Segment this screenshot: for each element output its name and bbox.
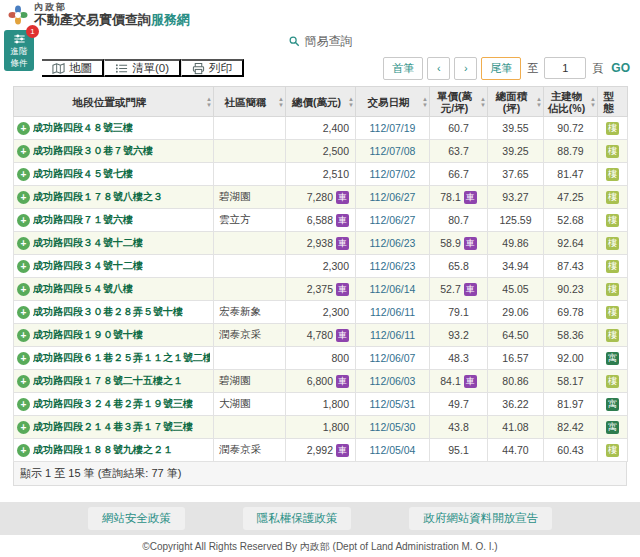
community-cell: 雲立方	[214, 209, 286, 232]
expand-row-icon[interactable]: +	[17, 191, 30, 204]
view-tabs: 地圖 清單(0) 列印	[42, 59, 244, 77]
transaction-date-cell: 112/06/11	[356, 324, 430, 347]
expand-row-icon[interactable]: +	[17, 122, 30, 135]
transaction-date-cell: 112/05/30	[356, 416, 430, 439]
main-building-ratio-cell: 82.42	[544, 416, 598, 439]
transaction-date-cell: 112/07/08	[356, 140, 430, 163]
sort-icon[interactable]: ▲▼	[206, 96, 212, 108]
address-link[interactable]: 成功路四段６１巷２５弄１１之１號二樓	[33, 351, 210, 365]
privacy-policy-link[interactable]: 隱私權保護政策	[243, 507, 352, 530]
col-header-area[interactable]: 總面積(坪) ▲▼	[488, 87, 544, 117]
map-icon	[52, 62, 65, 75]
address-link[interactable]: 成功路四段１９０號十樓	[33, 328, 143, 342]
community-cell	[214, 117, 286, 140]
expand-row-icon[interactable]: +	[17, 444, 30, 457]
address-cell: +成功路四段３０巷２８弄５號十樓	[14, 301, 214, 324]
sort-icon[interactable]: ▲▼	[536, 96, 542, 108]
sort-icon[interactable]: ▲▼	[422, 96, 428, 108]
total-price-cell: 1,800	[286, 416, 356, 439]
address-link[interactable]: 成功路四段３０巷２８弄５號十樓	[33, 305, 183, 319]
address-link[interactable]: 成功路四段４８號三樓	[33, 121, 133, 135]
expand-row-icon[interactable]: +	[17, 352, 30, 365]
prev-page-button[interactable]: ‹	[427, 57, 450, 80]
table-header-row: 地段位置或門牌 ▲▼ 社區簡稱 ▲▼ 總價(萬元) ▲▼ 交易日期 ▲▼	[14, 87, 628, 117]
sort-icon[interactable]: ▲▼	[480, 96, 486, 108]
total-price-value: 6,588	[307, 214, 333, 226]
col-header-date[interactable]: 交易日期 ▲▼	[356, 87, 430, 117]
col-header-address-label: 地段位置或門牌	[73, 96, 147, 108]
main-building-ratio-cell: 58.36	[544, 324, 598, 347]
go-button[interactable]: GO	[611, 61, 630, 75]
expand-row-icon[interactable]: +	[17, 329, 30, 342]
address-link[interactable]: 成功路四段４５號七樓	[33, 167, 133, 181]
address-link[interactable]: 成功路四段５４號八樓	[33, 282, 133, 296]
expand-row-icon[interactable]: +	[17, 306, 30, 319]
sort-icon[interactable]: ▲▼	[348, 96, 354, 108]
sort-desc-icon: ▼	[206, 102, 212, 108]
page-to-label: 至	[527, 61, 538, 76]
address-link[interactable]: 成功路四段７１號六樓	[33, 213, 133, 227]
expand-row-icon[interactable]: +	[17, 168, 30, 181]
address-cell: +成功路四段１８８號九樓之２１	[14, 439, 214, 462]
parking-badge: 車	[336, 444, 349, 457]
expand-row-icon[interactable]: +	[17, 283, 30, 296]
address-link[interactable]: 成功路四段３０巷７號六樓	[33, 144, 153, 158]
address-link[interactable]: 成功路四段２１４巷３弄１７號三樓	[33, 420, 193, 434]
building-type-cell: 樓	[598, 301, 628, 324]
list-view-button[interactable]: 清單(0)	[104, 59, 181, 77]
table-row: +成功路四段６１巷２５弄１１之１號二樓800112/06/0748.316.57…	[14, 347, 628, 370]
building-type-cell: 樓	[598, 255, 628, 278]
unit-price-cell: 79.1	[430, 301, 488, 324]
total-price-value: 2,375	[307, 283, 333, 295]
open-data-declaration-link[interactable]: 政府網站資料開放宣告	[409, 507, 552, 530]
expand-row-icon[interactable]: +	[17, 260, 30, 273]
transaction-date-cell: 112/06/27	[356, 209, 430, 232]
col-header-unit-price-label: 單價(萬元/坪)	[437, 90, 472, 114]
expand-row-icon[interactable]: +	[17, 421, 30, 434]
last-page-button[interactable]: 尾筆	[481, 57, 521, 80]
community-cell: 潤泰京采	[214, 324, 286, 347]
address-link[interactable]: 成功路四段３２４巷２弄１９號三樓	[33, 397, 193, 411]
col-header-address[interactable]: 地段位置或門牌 ▲▼	[14, 87, 214, 117]
col-header-community[interactable]: 社區簡稱 ▲▼	[214, 87, 286, 117]
address-cell: +成功路四段２１４巷３弄１７號三樓	[14, 416, 214, 439]
unit-price-cell: 60.7	[430, 117, 488, 140]
col-header-unit-price[interactable]: 單價(萬元/坪) ▲▼	[430, 87, 488, 117]
map-view-button[interactable]: 地圖	[42, 59, 104, 77]
total-price-cell: 2,375車	[286, 278, 356, 301]
sort-icon[interactable]: ▲▼	[278, 96, 284, 108]
expand-row-icon[interactable]: +	[17, 398, 30, 411]
sort-desc-icon: ▼	[422, 102, 428, 108]
community-cell: 大湖園	[214, 393, 286, 416]
unit-price-cell: 93.2	[430, 324, 488, 347]
query-mode-label: 簡易查詢	[305, 33, 353, 50]
total-price-cell: 800	[286, 347, 356, 370]
address-link[interactable]: 成功路四段３４號十二樓	[33, 259, 143, 273]
col-header-ratio[interactable]: 主建物佔比(%) ▲▼	[544, 87, 598, 117]
first-page-button[interactable]: 首筆	[383, 57, 423, 80]
parking-badge: 車	[336, 329, 349, 342]
address-link[interactable]: 成功路四段３４號十二樓	[33, 236, 143, 250]
total-price-value: 7,280	[307, 191, 333, 203]
expand-row-icon[interactable]: +	[17, 214, 30, 227]
expand-row-icon[interactable]: +	[17, 375, 30, 388]
unit-price-cell: 52.7車	[430, 278, 488, 301]
expand-row-icon[interactable]: +	[17, 145, 30, 158]
total-price-value: 1,800	[323, 398, 349, 410]
total-area-cell: 44.70	[488, 439, 544, 462]
print-button[interactable]: 列印	[181, 59, 244, 77]
address-link[interactable]: 成功路四段１７８號八樓之３	[33, 190, 163, 204]
sort-icon[interactable]: ▲▼	[590, 96, 596, 108]
col-header-type[interactable]: 型態	[598, 87, 628, 117]
advanced-conditions-button[interactable]: 進階 條件 1	[4, 30, 34, 71]
col-header-total-price[interactable]: 總價(萬元) ▲▼	[286, 87, 356, 117]
address-link[interactable]: 成功路四段１８８號九樓之２１	[33, 443, 173, 457]
address-link[interactable]: 成功路四段１７８號二十五樓之１	[33, 374, 183, 388]
address-cell: +成功路四段３４號十二樓	[14, 255, 214, 278]
next-page-button[interactable]: ›	[454, 57, 477, 80]
expand-row-icon[interactable]: +	[17, 237, 30, 250]
page-number-input[interactable]	[544, 57, 586, 79]
list-icon	[115, 62, 128, 75]
main-building-ratio-cell: 52.68	[544, 209, 598, 232]
security-policy-link[interactable]: 網站安全政策	[88, 507, 185, 530]
